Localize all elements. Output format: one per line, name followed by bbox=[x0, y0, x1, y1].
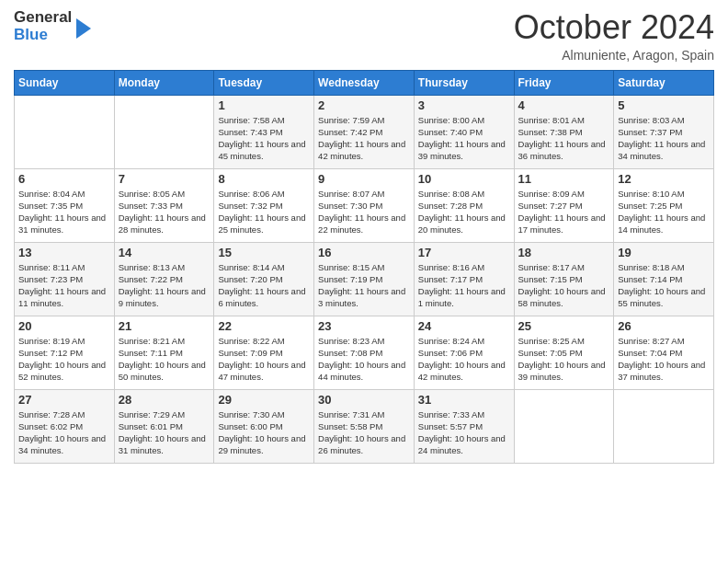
calendar-cell: 13Sunrise: 8:11 AMSunset: 7:23 PMDayligh… bbox=[15, 242, 115, 316]
calendar-cell: 18Sunrise: 8:17 AMSunset: 7:15 PMDayligh… bbox=[514, 242, 614, 316]
logo: General Blue bbox=[14, 9, 91, 43]
cell-details: Sunrise: 8:21 AMSunset: 7:11 PMDaylight:… bbox=[119, 335, 210, 384]
calendar-cell: 6Sunrise: 8:04 AMSunset: 7:35 PMDaylight… bbox=[15, 168, 115, 242]
day-number: 2 bbox=[318, 98, 410, 112]
day-header-friday: Friday bbox=[514, 70, 614, 95]
calendar-cell bbox=[514, 389, 614, 463]
calendar-cell bbox=[15, 95, 115, 168]
cell-details: Sunrise: 8:23 AMSunset: 7:08 PMDaylight:… bbox=[318, 335, 410, 384]
calendar-cell: 22Sunrise: 8:22 AMSunset: 7:09 PMDayligh… bbox=[214, 316, 314, 389]
calendar-cell: 2Sunrise: 7:59 AMSunset: 7:42 PMDaylight… bbox=[314, 95, 415, 168]
day-number: 3 bbox=[418, 98, 510, 112]
logo-general: General bbox=[14, 9, 72, 27]
day-number: 25 bbox=[518, 319, 610, 333]
cell-details: Sunrise: 7:59 AMSunset: 7:42 PMDaylight:… bbox=[318, 114, 410, 163]
cell-details: Sunrise: 8:24 AMSunset: 7:06 PMDaylight:… bbox=[418, 335, 510, 384]
day-number: 21 bbox=[119, 319, 210, 333]
calendar-cell: 14Sunrise: 8:13 AMSunset: 7:22 PMDayligh… bbox=[114, 242, 214, 316]
logo-arrow-icon bbox=[76, 18, 91, 39]
day-number: 24 bbox=[418, 319, 510, 333]
cell-details: Sunrise: 7:29 AMSunset: 6:01 PMDaylight:… bbox=[119, 408, 210, 457]
day-number: 11 bbox=[518, 172, 610, 186]
day-header-sunday: Sunday bbox=[15, 70, 115, 95]
calendar-cell: 4Sunrise: 8:01 AMSunset: 7:38 PMDaylight… bbox=[514, 95, 614, 168]
day-number: 30 bbox=[318, 393, 410, 407]
week-row-4: 20Sunrise: 8:19 AMSunset: 7:12 PMDayligh… bbox=[15, 316, 714, 389]
day-number: 19 bbox=[618, 246, 710, 259]
calendar-cell: 17Sunrise: 8:16 AMSunset: 7:17 PMDayligh… bbox=[414, 242, 514, 316]
cell-details: Sunrise: 8:27 AMSunset: 7:04 PMDaylight:… bbox=[618, 335, 710, 384]
calendar-cell bbox=[114, 95, 214, 168]
calendar-cell: 28Sunrise: 7:29 AMSunset: 6:01 PMDayligh… bbox=[114, 389, 214, 463]
location: Almuniente, Aragon, Spain bbox=[514, 48, 714, 63]
cell-details: Sunrise: 8:16 AMSunset: 7:17 PMDaylight:… bbox=[418, 261, 510, 310]
cell-details: Sunrise: 8:08 AMSunset: 7:28 PMDaylight:… bbox=[418, 188, 510, 236]
cell-details: Sunrise: 8:22 AMSunset: 7:09 PMDaylight:… bbox=[218, 335, 310, 384]
day-number: 31 bbox=[418, 393, 510, 407]
day-number: 10 bbox=[418, 172, 510, 186]
cell-details: Sunrise: 8:07 AMSunset: 7:30 PMDaylight:… bbox=[318, 188, 410, 236]
week-row-5: 27Sunrise: 7:28 AMSunset: 6:02 PMDayligh… bbox=[15, 389, 714, 463]
day-number: 29 bbox=[218, 393, 310, 407]
logo-blue: Blue bbox=[14, 27, 72, 44]
day-number: 4 bbox=[518, 98, 610, 112]
week-row-3: 13Sunrise: 8:11 AMSunset: 7:23 PMDayligh… bbox=[15, 242, 714, 316]
calendar-cell: 16Sunrise: 8:15 AMSunset: 7:19 PMDayligh… bbox=[314, 242, 415, 316]
calendar-cell: 15Sunrise: 8:14 AMSunset: 7:20 PMDayligh… bbox=[214, 242, 314, 316]
calendar-cell: 7Sunrise: 8:05 AMSunset: 7:33 PMDaylight… bbox=[114, 168, 214, 242]
cell-details: Sunrise: 8:15 AMSunset: 7:19 PMDaylight:… bbox=[318, 261, 410, 310]
day-number: 7 bbox=[119, 172, 210, 186]
week-row-2: 6Sunrise: 8:04 AMSunset: 7:35 PMDaylight… bbox=[15, 168, 714, 242]
cell-details: Sunrise: 8:19 AMSunset: 7:12 PMDaylight:… bbox=[18, 335, 110, 384]
calendar-cell bbox=[614, 389, 714, 463]
day-number: 23 bbox=[318, 319, 410, 333]
day-number: 1 bbox=[218, 98, 310, 112]
calendar-cell: 26Sunrise: 8:27 AMSunset: 7:04 PMDayligh… bbox=[614, 316, 714, 389]
calendar-cell: 24Sunrise: 8:24 AMSunset: 7:06 PMDayligh… bbox=[414, 316, 514, 389]
calendar-cell: 19Sunrise: 8:18 AMSunset: 7:14 PMDayligh… bbox=[614, 242, 714, 316]
day-header-tuesday: Tuesday bbox=[214, 70, 314, 95]
title-block: October 2024 Almuniente, Aragon, Spain bbox=[514, 9, 714, 63]
cell-details: Sunrise: 8:03 AMSunset: 7:37 PMDaylight:… bbox=[618, 114, 710, 163]
day-number: 16 bbox=[318, 246, 410, 259]
calendar-cell: 12Sunrise: 8:10 AMSunset: 7:25 PMDayligh… bbox=[614, 168, 714, 242]
day-header-wednesday: Wednesday bbox=[314, 70, 415, 95]
page-header: General Blue October 2024 Almuniente, Ar… bbox=[14, 9, 714, 63]
calendar-cell: 10Sunrise: 8:08 AMSunset: 7:28 PMDayligh… bbox=[414, 168, 514, 242]
cell-details: Sunrise: 8:09 AMSunset: 7:27 PMDaylight:… bbox=[518, 188, 610, 236]
cell-details: Sunrise: 8:04 AMSunset: 7:35 PMDaylight:… bbox=[18, 188, 110, 236]
calendar-cell: 1Sunrise: 7:58 AMSunset: 7:43 PMDaylight… bbox=[214, 95, 314, 168]
calendar-cell: 27Sunrise: 7:28 AMSunset: 6:02 PMDayligh… bbox=[15, 389, 115, 463]
cell-details: Sunrise: 7:58 AMSunset: 7:43 PMDaylight:… bbox=[218, 114, 310, 163]
cell-details: Sunrise: 8:06 AMSunset: 7:32 PMDaylight:… bbox=[218, 188, 310, 236]
calendar-cell: 21Sunrise: 8:21 AMSunset: 7:11 PMDayligh… bbox=[114, 316, 214, 389]
cell-details: Sunrise: 7:33 AMSunset: 5:57 PMDaylight:… bbox=[418, 408, 510, 457]
cell-details: Sunrise: 8:10 AMSunset: 7:25 PMDaylight:… bbox=[618, 188, 710, 236]
calendar-table: SundayMondayTuesdayWednesdayThursdayFrid… bbox=[14, 70, 714, 464]
calendar-cell: 29Sunrise: 7:30 AMSunset: 6:00 PMDayligh… bbox=[214, 389, 314, 463]
day-number: 27 bbox=[18, 393, 110, 407]
day-number: 12 bbox=[618, 172, 710, 186]
cell-details: Sunrise: 8:00 AMSunset: 7:40 PMDaylight:… bbox=[418, 114, 510, 163]
day-number: 20 bbox=[18, 319, 110, 333]
day-number: 17 bbox=[418, 246, 510, 259]
cell-details: Sunrise: 8:05 AMSunset: 7:33 PMDaylight:… bbox=[119, 188, 210, 236]
day-header-monday: Monday bbox=[114, 70, 214, 95]
calendar-cell: 3Sunrise: 8:00 AMSunset: 7:40 PMDaylight… bbox=[414, 95, 514, 168]
day-number: 5 bbox=[618, 98, 710, 112]
calendar-cell: 11Sunrise: 8:09 AMSunset: 7:27 PMDayligh… bbox=[514, 168, 614, 242]
day-number: 26 bbox=[618, 319, 710, 333]
calendar-cell: 8Sunrise: 8:06 AMSunset: 7:32 PMDaylight… bbox=[214, 168, 314, 242]
calendar-cell: 23Sunrise: 8:23 AMSunset: 7:08 PMDayligh… bbox=[314, 316, 415, 389]
calendar-cell: 20Sunrise: 8:19 AMSunset: 7:12 PMDayligh… bbox=[15, 316, 115, 389]
cell-details: Sunrise: 7:30 AMSunset: 6:00 PMDaylight:… bbox=[218, 408, 310, 457]
day-number: 28 bbox=[119, 393, 210, 407]
day-number: 13 bbox=[18, 246, 110, 259]
day-header-saturday: Saturday bbox=[614, 70, 714, 95]
day-header-thursday: Thursday bbox=[414, 70, 514, 95]
calendar-cell: 9Sunrise: 8:07 AMSunset: 7:30 PMDaylight… bbox=[314, 168, 415, 242]
day-number: 22 bbox=[218, 319, 310, 333]
calendar-cell: 30Sunrise: 7:31 AMSunset: 5:58 PMDayligh… bbox=[314, 389, 415, 463]
cell-details: Sunrise: 8:17 AMSunset: 7:15 PMDaylight:… bbox=[518, 261, 610, 310]
calendar-cell: 31Sunrise: 7:33 AMSunset: 5:57 PMDayligh… bbox=[414, 389, 514, 463]
